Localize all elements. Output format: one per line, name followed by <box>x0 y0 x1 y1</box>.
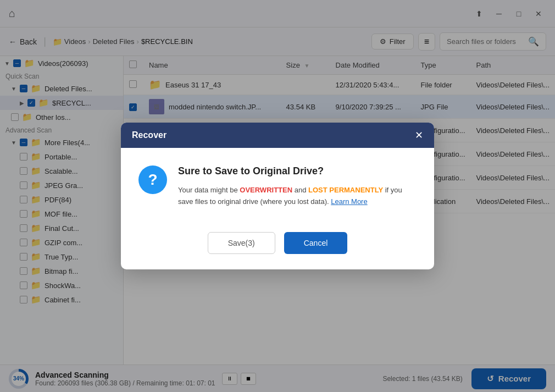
modal-close-button[interactable]: ✕ <box>415 130 423 140</box>
warn-lost: LOST PERMANENTLY <box>308 186 383 194</box>
question-icon: ? <box>138 165 167 194</box>
save-button[interactable]: Save(3) <box>208 232 275 254</box>
cancel-button[interactable]: Cancel <box>284 232 348 254</box>
modal-footer: Save(3) Cancel <box>121 223 434 269</box>
modal-overlay: Recover ✕ ? Sure to Save to Original Dri… <box>0 0 555 392</box>
modal-description: Your data might be OVERWRITTEN and LOST … <box>178 185 417 208</box>
modal-body: ? Sure to Save to Original Drive? Your d… <box>121 148 434 223</box>
warn-overwritten: OVERWRITTEN <box>240 186 292 194</box>
modal-dialog: Recover ✕ ? Sure to Save to Original Dri… <box>121 123 434 269</box>
modal-header: Recover ✕ <box>121 123 434 148</box>
modal-title: Recover <box>132 130 166 140</box>
modal-heading: Sure to Save to Original Drive? <box>178 165 417 177</box>
modal-content-text: Sure to Save to Original Drive? Your dat… <box>178 165 417 208</box>
learn-more-link[interactable]: Learn More <box>331 197 367 206</box>
